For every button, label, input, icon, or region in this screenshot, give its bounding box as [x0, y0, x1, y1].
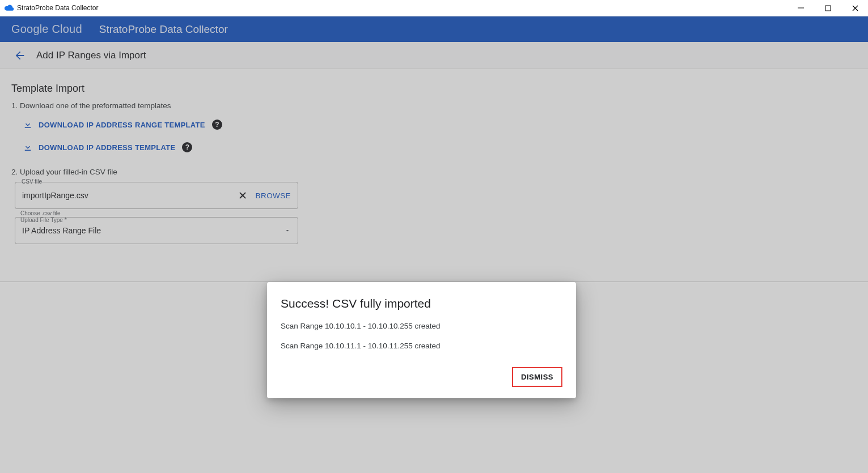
window-minimize-button[interactable]	[792, 5, 809, 11]
window-title: StratoProbe Data Collector	[17, 4, 98, 12]
app-top-bar: Google Cloud StratoProbe Data Collector	[0, 16, 868, 42]
brand-right: Cloud	[52, 23, 82, 35]
section-heading: Template Import	[11, 83, 857, 95]
dialog-message-1: Scan Range 10.10.10.1 - 10.10.10.255 cre…	[281, 322, 562, 330]
download-ip-address-template-link[interactable]: DOWNLOAD IP ADDRESS TEMPLATE	[23, 142, 175, 152]
app-title: StratoProbe Data Collector	[99, 23, 228, 36]
download-ip-range-template-link[interactable]: DOWNLOAD IP ADDRESS RANGE TEMPLATE	[23, 120, 205, 130]
back-arrow-icon[interactable]	[14, 49, 26, 62]
window-close-button[interactable]	[846, 5, 863, 11]
csv-file-input[interactable]	[22, 191, 233, 200]
window-maximize-button[interactable]	[819, 5, 836, 11]
download-icon	[23, 142, 33, 152]
dialog-title: Success! CSV fully imported	[281, 297, 562, 310]
chevron-down-icon	[284, 227, 291, 234]
choose-hint-label: Choose .csv file	[20, 210, 67, 217]
app-icon	[5, 3, 14, 12]
download-ip-address-template-label: DOWNLOAD IP ADDRESS TEMPLATE	[39, 143, 175, 152]
step-1-label: 1. Download one of the preformatted temp…	[11, 101, 857, 110]
browse-button[interactable]: BROWSE	[256, 191, 291, 200]
csv-file-field: BROWSE	[15, 182, 298, 209]
svg-rect-0	[825, 6, 831, 11]
template-import-section: Template Import 1. Download one of the p…	[0, 69, 868, 282]
help-icon[interactable]: ?	[182, 142, 192, 152]
page-subheader: Add IP Ranges via Import	[0, 42, 868, 69]
help-icon[interactable]: ?	[212, 120, 222, 130]
dismiss-button[interactable]: DISMISS	[512, 367, 562, 387]
success-dialog: Success! CSV fully imported Scan Range 1…	[267, 282, 576, 398]
window-titlebar: StratoProbe Data Collector	[0, 0, 868, 16]
page-title: Add IP Ranges via Import	[36, 50, 146, 61]
clear-icon[interactable]	[238, 190, 248, 201]
csv-field-label: CSV file	[20, 178, 43, 185]
upload-type-label: Upload File Type *	[20, 217, 67, 224]
download-ip-range-template-label: DOWNLOAD IP ADDRESS RANGE TEMPLATE	[39, 121, 205, 129]
upload-file-type-value: IP Address Range File	[22, 226, 101, 235]
google-cloud-logo: Google Cloud	[11, 23, 82, 36]
dialog-message-2: Scan Range 10.10.11.1 - 10.10.11.255 cre…	[281, 342, 562, 350]
step-2-label: 2. Upload your filled-in CSV file	[11, 168, 857, 176]
download-icon	[23, 120, 33, 130]
brand-left: Google	[11, 23, 49, 35]
